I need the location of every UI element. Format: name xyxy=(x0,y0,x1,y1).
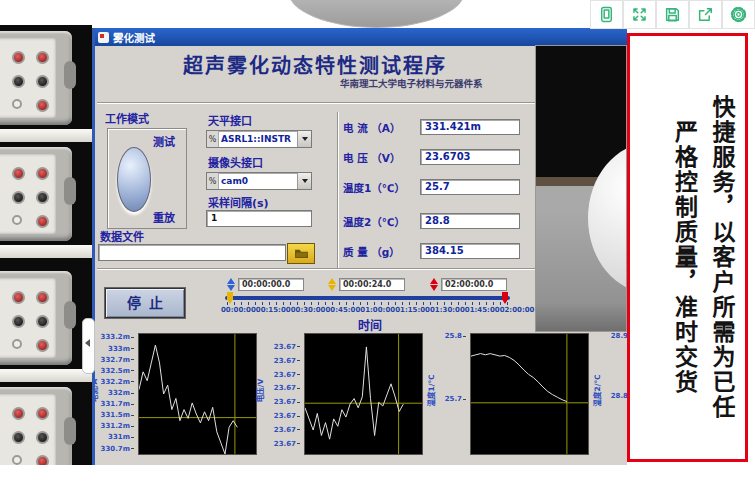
expand-icon-button[interactable] xyxy=(623,0,656,29)
y-tick-label: 23.67 xyxy=(274,440,300,448)
banana-jack xyxy=(36,455,49,465)
banana-jack xyxy=(12,75,25,88)
time-marker: 02:00:00.0 xyxy=(430,277,507,291)
y-tick-label: 331.2m xyxy=(101,422,134,430)
divider xyxy=(337,112,339,268)
browse-button[interactable] xyxy=(287,243,315,264)
chart-panel: 电流/A333.2m333m332.7m332.5m332.2m332m331.… xyxy=(95,333,261,457)
banner-text: 快捷服务，以客户所需为已任严格控制质量，准时交货 xyxy=(670,36,735,459)
y-axis-title: 电压/V xyxy=(254,379,265,403)
camera-interface-select[interactable]: % cam0 xyxy=(206,172,312,190)
time-marker-value[interactable]: 00:00:00.0 xyxy=(238,278,304,291)
save-icon xyxy=(664,6,681,23)
y-tick-label: 23.67 xyxy=(274,426,300,434)
measurement-label: 温度1（℃） xyxy=(343,180,420,195)
y-tick-label: 330.7m xyxy=(101,445,134,453)
mode-test-label: 测试 xyxy=(153,133,175,149)
atomizer-sphere-photo xyxy=(588,143,627,293)
camera-interface-value: cam0 xyxy=(219,176,297,186)
data-file-input[interactable] xyxy=(98,244,286,261)
window-title: 雾化测试 xyxy=(113,30,155,45)
chart-panel: 温度1/℃25.825.7 xyxy=(427,333,593,457)
time-marker-handle[interactable] xyxy=(328,278,337,291)
y-tick-label: 333m xyxy=(108,345,134,353)
trace-line xyxy=(305,347,403,439)
time-marker-handle[interactable] xyxy=(227,278,236,291)
banana-jack xyxy=(36,407,49,420)
time-slider-track[interactable] xyxy=(225,296,510,300)
banana-jack xyxy=(12,167,25,180)
time-axis-ticks: 00:00:0000:15:0000:30:0000:45:0001:00:00… xyxy=(221,306,515,314)
balance-interface-select[interactable]: % ASRL1::INSTR xyxy=(206,130,312,148)
chart-panel: 电压/V23.6723.6723.6723.6723.6723.6723.672… xyxy=(261,333,427,457)
banana-jack xyxy=(36,315,49,328)
time-tick-label: 01:45:00 xyxy=(465,306,500,314)
shelf xyxy=(0,129,92,142)
sample-interval-label: 采样间隔(s) xyxy=(208,194,269,210)
banana-jack xyxy=(12,215,22,225)
time-marker-handle[interactable] xyxy=(430,278,439,291)
folder-icon xyxy=(294,248,309,259)
time-tick-label: 00:00:00 xyxy=(221,306,256,314)
camera-view xyxy=(535,45,627,332)
measurement-row: 电 流 （A）331.421m xyxy=(343,118,520,136)
measurement-value: 331.421m xyxy=(420,119,520,135)
shelf xyxy=(0,245,92,258)
camera-interface-label: 摄像头接口 xyxy=(208,154,263,170)
gear-icon xyxy=(730,6,747,23)
multimeter-panel-photo xyxy=(0,147,72,241)
dropdown-arrow-icon[interactable] xyxy=(297,131,311,147)
slider-tickmarks xyxy=(227,302,509,305)
banana-jack xyxy=(36,339,49,352)
measurement-value: 25.7 xyxy=(420,179,520,195)
time-tick-label: 00:30:00 xyxy=(291,306,326,314)
time-axis-label: 时间 xyxy=(225,316,515,333)
dropdown-arrow-icon[interactable] xyxy=(297,173,311,189)
window-icon xyxy=(98,32,109,43)
measurement-label: 质 量 （g） xyxy=(343,244,420,259)
time-marker-value[interactable]: 02:00:00.0 xyxy=(441,278,507,291)
overlay-toolbar xyxy=(590,0,755,29)
plot-area xyxy=(304,333,423,455)
time-tick-label: 02:00:00 xyxy=(500,306,535,314)
page-subtitle: 华南理工大学电子材料与元器件系 xyxy=(340,76,483,90)
balance-interface-label: 天平接口 xyxy=(208,112,252,128)
time-tick-label: 01:30:00 xyxy=(430,306,465,314)
sample-interval-input[interactable]: 1 xyxy=(206,210,312,227)
trace-line xyxy=(471,354,567,402)
y-axis-title: 温度2/℃ xyxy=(591,374,602,406)
y-axis: 温度2/℃28.928.8 xyxy=(593,333,627,453)
panel-face xyxy=(0,394,56,465)
multimeter-panel-photo xyxy=(0,387,72,465)
io-resource-icon: % xyxy=(207,173,219,189)
gear-icon-button[interactable] xyxy=(722,0,755,29)
work-mode-label: 工作模式 xyxy=(105,110,149,126)
time-marker: 00:00:24.0 xyxy=(328,277,405,291)
banana-jack xyxy=(12,315,25,328)
stop-button[interactable]: 停止 xyxy=(105,288,185,318)
data-file-label: 数据文件 xyxy=(100,228,144,244)
y-tick-label: 332.5m xyxy=(101,367,134,375)
time-tick-label: 01:00:00 xyxy=(360,306,395,314)
y-axis: 电流/A333.2m333m332.7m332.5m332.2m332m331.… xyxy=(95,333,137,453)
banana-jack xyxy=(36,291,49,304)
instrument-rack-photo xyxy=(0,25,92,465)
y-tick-label: 332m xyxy=(108,389,134,397)
page: 雾化测试 超声雾化动态特性测试程序 华南理工大学电子材料与元器件系 工作模式 测… xyxy=(0,0,755,484)
scroll-handle[interactable] xyxy=(82,318,95,374)
banana-jack xyxy=(36,215,49,228)
measurement-row: 电 压 （V）23.6703 xyxy=(343,148,520,166)
time-tick-label: 01:15:00 xyxy=(395,306,430,314)
measurement-row: 温度2（℃）28.8 xyxy=(343,212,520,230)
mode-toggle-switch[interactable] xyxy=(117,147,151,212)
y-tick-label: 333.2m xyxy=(101,333,134,341)
y-tick-label: 23.67 xyxy=(274,371,300,379)
window-titlebar[interactable]: 雾化测试 xyxy=(95,28,627,46)
mobile-icon-button[interactable] xyxy=(590,0,623,29)
save-icon-button[interactable] xyxy=(656,0,689,29)
time-marker-value[interactable]: 00:00:24.0 xyxy=(339,278,405,291)
share-icon-button[interactable] xyxy=(689,0,722,29)
chart-panel: 温度2/℃28.928.8 xyxy=(593,333,627,457)
slogan-banner: 快捷服务，以客户所需为已任严格控制质量，准时交货 xyxy=(627,33,748,462)
y-tick-label: 28.9 xyxy=(611,332,627,340)
